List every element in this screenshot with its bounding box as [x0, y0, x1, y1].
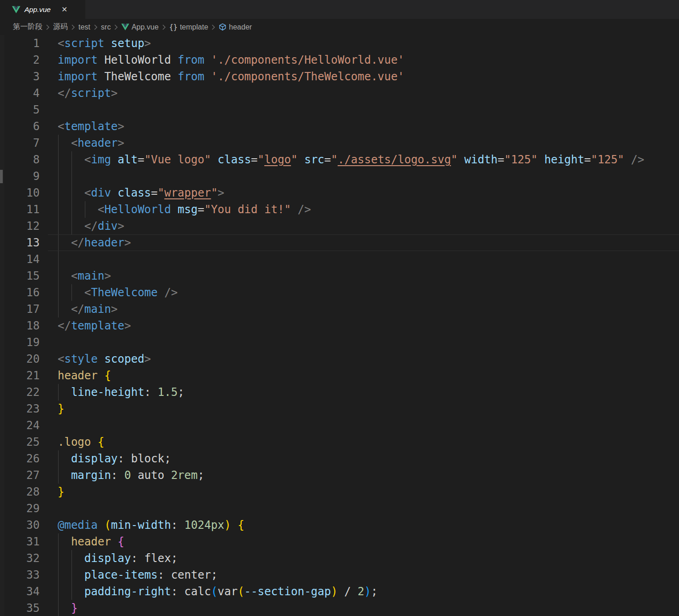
line-number[interactable]: 1 [0, 35, 40, 52]
code-line[interactable]: 7 <header> [0, 135, 679, 151]
code-line[interactable]: 27 margin: 0 auto 2rem; [0, 467, 679, 484]
code-line[interactable]: 32 display: flex; [0, 550, 679, 567]
line-number[interactable]: 30 [0, 517, 40, 533]
code-line[interactable]: 29 [0, 500, 679, 517]
line-number[interactable]: 3 [0, 68, 40, 85]
line-number[interactable]: 16 [0, 284, 40, 301]
code-line[interactable]: 2import HelloWorld from './components/He… [0, 52, 679, 68]
indent-guide [58, 251, 59, 268]
code-line[interactable]: 14 [0, 251, 679, 268]
close-icon[interactable]: ✕ [61, 6, 67, 13]
code-line[interactable]: 25.logo { [0, 434, 679, 450]
indent-guide [58, 301, 59, 317]
code-line-text [58, 334, 679, 351]
code-line[interactable]: 3import TheWelcome from './components/Th… [0, 68, 679, 85]
line-number[interactable]: 7 [0, 135, 40, 151]
breadcrumb-item-src[interactable]: src [101, 23, 111, 31]
code-line-text [58, 417, 679, 434]
line-number[interactable]: 28 [0, 484, 40, 500]
line-number[interactable]: 29 [0, 500, 40, 517]
code-line[interactable]: 26 display: block; [0, 450, 679, 467]
line-number[interactable]: 6 [0, 118, 40, 135]
code-line[interactable]: 31 header { [0, 533, 679, 550]
code-line[interactable]: 6<template> [0, 118, 679, 135]
line-number[interactable]: 14 [0, 251, 40, 268]
code-line[interactable]: 21header { [0, 367, 679, 384]
line-number[interactable]: 20 [0, 351, 40, 367]
line-number[interactable]: 24 [0, 417, 40, 434]
line-number[interactable]: 9 [0, 168, 40, 185]
line-number[interactable]: 27 [0, 467, 40, 484]
chevron-right-icon [114, 24, 118, 30]
code-line[interactable]: 4</script> [0, 85, 679, 102]
code-editor[interactable]: 1<script setup>2import HelloWorld from '… [0, 35, 679, 616]
line-number[interactable]: 33 [0, 567, 40, 583]
indent-guide [58, 533, 59, 550]
left-sash-handle[interactable] [0, 170, 3, 183]
code-line[interactable]: 1<script setup> [0, 35, 679, 52]
line-number[interactable]: 23 [0, 401, 40, 417]
line-number[interactable]: 22 [0, 384, 40, 401]
line-number[interactable]: 5 [0, 102, 40, 118]
indent-guide [58, 218, 59, 234]
line-number[interactable]: 35 [0, 600, 40, 616]
code-line[interactable]: 15 <main> [0, 268, 679, 284]
breadcrumb: 第一阶段源码testsrcApp.vue{}templateheader [0, 19, 679, 35]
indent-guide [58, 234, 59, 251]
code-line[interactable]: 34 padding-right: calc(var(--section-gap… [0, 583, 679, 600]
code-line[interactable]: 9 [0, 168, 679, 185]
code-line[interactable]: 10 <div class="wrapper"> [0, 185, 679, 201]
line-number[interactable]: 13 [0, 234, 40, 251]
line-number[interactable]: 26 [0, 450, 40, 467]
code-line[interactable]: 17 </main> [0, 301, 679, 317]
code-line[interactable]: 11 <HelloWorld msg="You did it!" /> [0, 201, 679, 218]
code-line-text [58, 251, 679, 268]
breadcrumb-item-[interactable]: 源码 [53, 22, 68, 32]
breadcrumb-item-header[interactable]: header [219, 23, 252, 31]
line-number[interactable]: 34 [0, 583, 40, 600]
indent-guide [71, 284, 72, 301]
code-line[interactable]: 19 [0, 334, 679, 351]
line-number[interactable]: 11 [0, 201, 40, 218]
indent-guide [71, 201, 72, 218]
code-line[interactable]: 30@media (min-width: 1024px) { [0, 517, 679, 533]
code-line[interactable]: 28} [0, 484, 679, 500]
breadcrumb-item-test[interactable]: test [78, 23, 90, 31]
breadcrumb-item-label: src [101, 23, 111, 31]
indent-guide [58, 450, 59, 467]
breadcrumb-item-appvue[interactable]: App.vue [121, 23, 159, 31]
code-line[interactable]: 8 <img alt="Vue logo" class="logo" src="… [0, 151, 679, 168]
line-number[interactable]: 8 [0, 151, 40, 168]
code-line[interactable]: 22 line-height: 1.5; [0, 384, 679, 401]
code-line-text: </template> [58, 317, 679, 334]
code-line[interactable]: 16 <TheWelcome /> [0, 284, 679, 301]
breadcrumb-item-[interactable]: 第一阶段 [13, 22, 42, 32]
tab-app-vue[interactable]: App.vue ✕ [0, 0, 85, 19]
line-number[interactable]: 31 [0, 533, 40, 550]
code-line[interactable]: 18</template> [0, 317, 679, 334]
indent-guide [58, 151, 59, 168]
line-number[interactable]: 21 [0, 367, 40, 384]
line-number[interactable]: 18 [0, 317, 40, 334]
code-line-text: <header> [58, 135, 679, 151]
breadcrumb-item-template[interactable]: {}template [169, 23, 208, 31]
code-line[interactable]: 35 } [0, 600, 679, 616]
code-line[interactable]: 20<style scoped> [0, 351, 679, 367]
code-line[interactable]: 23} [0, 401, 679, 417]
code-line[interactable]: 13 </header> [0, 234, 679, 251]
code-line[interactable]: 24 [0, 417, 679, 434]
code-line[interactable]: 5 [0, 102, 679, 118]
indent-guide [71, 583, 72, 600]
code-line[interactable]: 12 </div> [0, 218, 679, 234]
line-number[interactable]: 32 [0, 550, 40, 567]
line-number[interactable]: 10 [0, 185, 40, 201]
line-number[interactable]: 25 [0, 434, 40, 450]
line-number[interactable]: 4 [0, 85, 40, 102]
line-number[interactable]: 19 [0, 334, 40, 351]
line-number[interactable]: 15 [0, 268, 40, 284]
line-number[interactable]: 2 [0, 52, 40, 68]
line-number[interactable]: 12 [0, 218, 40, 234]
indent-guide [71, 168, 72, 185]
line-number[interactable]: 17 [0, 301, 40, 317]
code-line[interactable]: 33 place-items: center; [0, 567, 679, 583]
